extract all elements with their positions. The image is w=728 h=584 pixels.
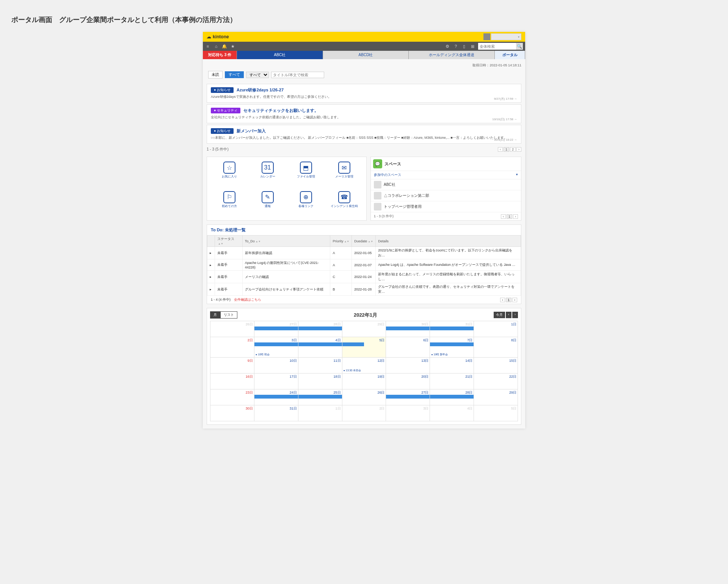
space-pager-next[interactable]: › <box>513 214 518 219</box>
todo-range: 1 - 4 (4 件中) <box>211 298 231 301</box>
mobile-icon[interactable]: ▯ <box>461 44 467 49</box>
cal-event[interactable]: ● 13:30 本部会 <box>344 369 385 372</box>
col-status[interactable]: ステータス▲▼ <box>215 235 243 247</box>
user-avatar[interactable] <box>483 33 490 40</box>
todo-table: ステータス▲▼ To_Do▲▼ Priority▲▼ Duedate▲▼ Det… <box>207 235 521 296</box>
cal-event-bar[interactable] <box>430 342 474 346</box>
portal-tabs: 対応待ち 3 件 ABC社 ABCD社 ホールディングス全体通達 ポータル <box>203 51 525 59</box>
pager-page-2[interactable]: 2 <box>510 147 516 152</box>
search-icon: 🔍 <box>517 44 522 49</box>
brand-bar: ☁ kintone ▾ <box>203 32 525 42</box>
announce-pager: 1 - 3 (5 件中) ‹ 1 2 › <box>207 145 521 154</box>
tab-pending[interactable]: 対応待ち 3 件 <box>203 51 237 59</box>
title-search-input[interactable] <box>271 72 324 78</box>
pager-page-1[interactable]: 1 <box>504 147 509 152</box>
announce-title[interactable]: セキュリティチェックをお願いします。 <box>243 108 318 113</box>
apps-icon[interactable]: ⊞ <box>470 44 475 49</box>
cal-event-bar[interactable] <box>298 395 342 399</box>
tab-abcd[interactable]: ABCD社 <box>323 51 409 59</box>
announce-title[interactable]: Azure研修2days 1/26-27 <box>237 87 284 93</box>
tab-abc[interactable]: ABC社 <box>237 51 323 59</box>
calendar-icon: 31 <box>262 162 274 174</box>
filter-all[interactable]: すべて <box>225 71 244 78</box>
announce-badge: ● お知らせ <box>211 128 234 134</box>
cal-event-bar[interactable] <box>298 342 342 346</box>
cal-next-button[interactable]: › <box>512 312 518 318</box>
col-duedate[interactable]: Duedate▲▼ <box>352 235 376 247</box>
announce-title[interactable]: 新メンバー加入 <box>237 128 266 134</box>
space-expand[interactable]: 参加中のスペース ▾ <box>371 171 521 179</box>
cal-event-bar[interactable] <box>430 395 474 399</box>
table-row[interactable]: ▸未着手新年挨拶出席確認A2022-01-052022/1/9に新年の挨拶として… <box>207 247 521 259</box>
space-pager-prev[interactable]: ‹ <box>501 214 506 219</box>
col-details[interactable]: Details <box>376 235 521 247</box>
announce-date: 10/3(日) 18:22 ～ <box>494 138 517 142</box>
todo-heading: To Do: 未処理一覧 <box>207 225 521 235</box>
timestamp: 取得日時：2022-01-05 14:18:11 <box>207 63 521 68</box>
cal-event[interactable]: ● 19時 新年会 <box>431 353 472 356</box>
brand-logo[interactable]: ☁ kintone <box>207 34 229 39</box>
home-icon[interactable]: ⌂ <box>213 44 219 49</box>
menu-icon[interactable]: ≡ <box>205 44 210 49</box>
todo-pager-next[interactable]: › <box>512 298 517 302</box>
todo-pager-prev[interactable]: ‹ <box>500 298 505 302</box>
tab-holdings[interactable]: ホールディングス全体通達 <box>409 51 495 59</box>
filter-select[interactable]: すべて <box>246 72 269 78</box>
icon-incident[interactable]: ☎インシデント発生時 <box>326 191 362 216</box>
content-area: 取得日時：2022-01-05 14:18:11 未読 すべて すべて ● お知… <box>203 59 525 429</box>
icon-weekly[interactable]: ✎週報 <box>250 191 285 216</box>
space-item[interactable]: △コラボレーション第二部 <box>371 190 521 201</box>
cal-view-month[interactable]: 月 <box>210 311 220 319</box>
icon-calendar[interactable]: 31カレンダー <box>250 162 285 187</box>
toolbar: ≡ ⌂ 🔔 ★ ⚙ ? ▯ ⊞ 🔍 <box>203 42 525 51</box>
pager-next[interactable]: › <box>516 147 521 152</box>
thumb-icon <box>374 181 381 188</box>
col-priority[interactable]: Priority▲▼ <box>330 235 352 247</box>
global-search-input[interactable] <box>478 43 516 50</box>
thumb-icon <box>374 203 381 210</box>
bell-icon[interactable]: 🔔 <box>222 44 227 49</box>
space-panel: 💬 スペース 参加中のスペース ▾ ABC社 △コラボレーション第二部 トップペ… <box>370 157 521 221</box>
thumb-icon <box>374 192 381 199</box>
pager-range: 1 - 3 (5 件中) <box>207 147 229 152</box>
cal-prev-button[interactable]: ‹ <box>506 312 511 318</box>
search-button[interactable]: 🔍 <box>516 43 523 50</box>
space-item[interactable]: ABC社 <box>371 179 521 190</box>
chevron-down-icon: ▾ <box>516 173 518 177</box>
user-dropdown[interactable]: ▾ <box>491 33 521 40</box>
space-pager-page[interactable]: 1 <box>507 214 512 219</box>
icon-links[interactable]: ⊕各種リンク <box>288 191 323 216</box>
folder-icon: ⬒ <box>300 162 312 174</box>
icon-firsttime[interactable]: ⚐初めての方 <box>212 191 247 216</box>
help-icon[interactable]: ? <box>453 44 458 49</box>
tab-portal[interactable]: ポータル <box>495 51 525 59</box>
cal-event-bar[interactable] <box>342 342 364 346</box>
table-row[interactable]: ▸未着手メーリスの確認C2022-01-24新年度が始まるにあたって、メーリスの… <box>207 271 521 283</box>
filter-unread[interactable]: 未読 <box>208 71 223 78</box>
table-row[interactable]: ▸未着手Apache Log4j の脆弱性対策について(CVE-2021-442… <box>207 259 521 271</box>
cal-event[interactable]: ● 10時 初会 <box>256 353 297 356</box>
star-icon: ☆ <box>223 162 235 174</box>
cal-today-button[interactable]: 今月 <box>494 312 505 318</box>
icon-mailing[interactable]: ✉メーリス管理 <box>326 162 362 187</box>
cal-event-bar[interactable] <box>254 395 298 399</box>
todo-pager-page[interactable]: 1 <box>506 298 511 302</box>
space-item[interactable]: トップページ管理者用 <box>371 201 521 212</box>
cal-event-bar[interactable] <box>430 327 474 330</box>
star-icon[interactable]: ★ <box>230 44 235 49</box>
cal-view-list[interactable]: リスト <box>220 311 237 319</box>
todo-viewall-link[interactable]: 全件確認はこちら <box>234 298 261 301</box>
icon-files[interactable]: ⬒ファイル管理 <box>288 162 323 187</box>
pager-prev[interactable]: ‹ <box>498 147 503 152</box>
cal-event-bar[interactable] <box>254 327 298 330</box>
cal-event-bar[interactable] <box>386 327 430 330</box>
col-todo[interactable]: To_Do▲▼ <box>242 235 330 247</box>
table-row[interactable]: ▸未着手グループ会社向けセキュリティ事項アンケート依頼B2022-01-28グル… <box>207 283 521 296</box>
mail-icon: ✉ <box>338 162 350 174</box>
gear-icon[interactable]: ⚙ <box>445 44 450 49</box>
cal-event-bar[interactable] <box>298 327 342 330</box>
icon-favorites[interactable]: ☆お気に入り <box>212 162 247 187</box>
cal-event-bar[interactable] <box>254 342 298 346</box>
cal-event-bar[interactable] <box>386 395 430 399</box>
calendar-grid: 26日 27日 28日 29日 30日 31日 1日 2日 3日● 10時 初会… <box>210 321 518 421</box>
